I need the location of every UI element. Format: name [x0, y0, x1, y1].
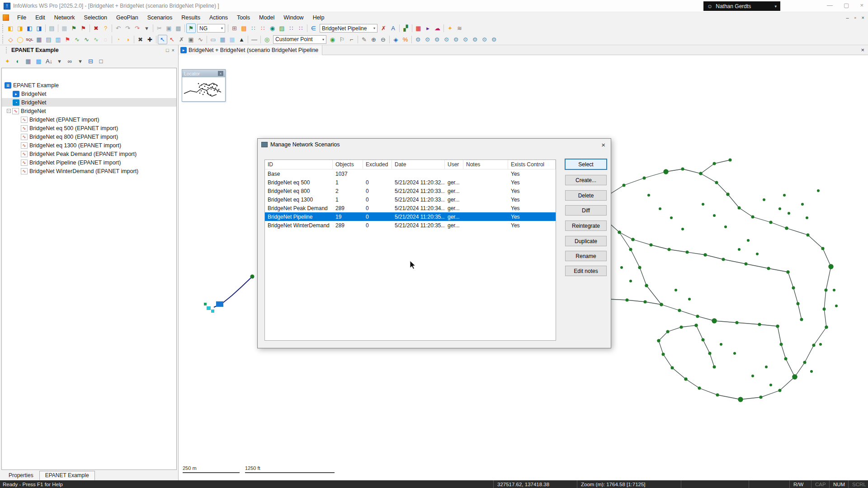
- flag-path-icon[interactable]: ⚑: [63, 35, 72, 44]
- column-header-user[interactable]: User: [445, 160, 463, 169]
- menu-file[interactable]: File: [13, 13, 31, 22]
- select-red-icon[interactable]: ↖: [167, 35, 177, 44]
- restore-button[interactable]: ▢: [844, 2, 849, 9]
- minimize-button[interactable]: —: [827, 2, 833, 9]
- multi-select-icon[interactable]: ▣: [186, 35, 196, 44]
- geoplan-tab[interactable]: ▸ BridgeNet + BridgeNet (scenario Bridge…: [179, 45, 322, 55]
- split-nodes-icon[interactable]: ▨: [277, 23, 287, 33]
- delete-button[interactable]: Delete: [565, 190, 607, 201]
- gear-icon[interactable]: ⚙: [480, 35, 489, 44]
- locator-close-icon[interactable]: x: [218, 71, 223, 76]
- copy-icon[interactable]: ▣: [164, 23, 174, 33]
- gear-icon[interactable]: ⚙: [432, 35, 442, 44]
- new-window-icon[interactable]: □: [96, 56, 106, 66]
- trace-upstream-icon[interactable]: ∿: [82, 35, 91, 44]
- grid-report-icon[interactable]: ▤: [239, 23, 249, 33]
- redo-list-icon[interactable]: ↷: [132, 23, 142, 33]
- column-header-objects[interactable]: Objects: [333, 160, 363, 169]
- redo-icon[interactable]: ↷: [123, 23, 132, 33]
- key-tool-icon[interactable]: ⌐: [347, 35, 356, 44]
- column-header-excluded[interactable]: Excluded: [363, 160, 392, 169]
- tree-expander-icon[interactable]: −: [7, 109, 11, 113]
- tree-merge-icon[interactable]: ∷: [258, 23, 268, 33]
- tree-item[interactable]: ∿BridgeNet (EPANET import): [2, 115, 176, 124]
- digitise-type-select[interactable]: Customer Point▾: [273, 35, 326, 44]
- north-arrow-icon[interactable]: ▲: [237, 35, 246, 44]
- scenario-select[interactable]: BridgeNet Pipeline▾: [320, 24, 377, 33]
- column-header-id[interactable]: ID: [265, 160, 333, 169]
- select-tool-icon[interactable]: ↖: [158, 35, 167, 44]
- join-nodes-icon[interactable]: ◉: [268, 23, 277, 33]
- gear-icon[interactable]: ⚙: [423, 35, 432, 44]
- zoom-out-icon[interactable]: ⊖: [378, 35, 388, 44]
- scatter-icon[interactable]: ∷: [287, 23, 296, 33]
- save-icon[interactable]: ▦: [60, 23, 69, 33]
- menu-actions[interactable]: Actions: [205, 13, 232, 22]
- map-close-icon[interactable]: ×: [861, 47, 864, 53]
- undo-icon[interactable]: ↶: [113, 23, 123, 33]
- find-caret-icon[interactable]: ▾: [75, 56, 85, 66]
- scenario-icon[interactable]: ∈: [309, 23, 318, 33]
- select-button[interactable]: Select: [565, 159, 607, 169]
- panel-tab-properties[interactable]: Properties: [3, 471, 39, 480]
- reintegrate-button[interactable]: Reintegrate: [565, 221, 607, 231]
- scenario-row[interactable]: BridgeNet eq 1300105/21/2024 11:20:33...…: [265, 195, 556, 204]
- commit-db-icon[interactable]: ◧: [25, 23, 34, 33]
- diff-button[interactable]: Diff: [565, 205, 607, 216]
- lasso-select-icon[interactable]: ◌: [101, 35, 110, 44]
- tree-item[interactable]: ∿BridgeNet Pipeline (EPANET import): [2, 158, 176, 167]
- update-db-icon[interactable]: ◨: [34, 23, 44, 33]
- create-button[interactable]: Create...: [565, 175, 607, 185]
- measure-icon[interactable]: ―: [250, 35, 259, 44]
- grid-edit-icon[interactable]: ▦: [218, 35, 227, 44]
- menu-scenarios[interactable]: Scenarios: [143, 13, 177, 22]
- scenario-delete-icon[interactable]: ✗: [379, 23, 388, 33]
- menu-results[interactable]: Results: [177, 13, 205, 22]
- tree-compare-icon[interactable]: ∷: [249, 23, 258, 33]
- tree-item[interactable]: ◔BridgeNet: [2, 98, 176, 107]
- redo-caret-icon[interactable]: ▾: [142, 23, 151, 33]
- trace-path-icon[interactable]: ∿: [72, 35, 82, 44]
- tree-layout-icon[interactable]: ⊟: [86, 56, 95, 66]
- menu-selection[interactable]: Selection: [80, 13, 112, 22]
- cloud-results-icon[interactable]: ☁: [433, 23, 442, 33]
- locator-window[interactable]: Locator x: [182, 69, 226, 102]
- cut-icon[interactable]: ✂: [155, 23, 164, 33]
- sql-select-icon[interactable]: SQL: [25, 35, 34, 44]
- commit-flag-green-icon[interactable]: ⚑: [69, 23, 79, 33]
- scenario-row[interactable]: BridgeNet Peak Demand28905/21/2024 11:20…: [265, 204, 556, 212]
- zoom-in-icon[interactable]: ⊕: [369, 35, 378, 44]
- dialog-close-icon[interactable]: ×: [599, 141, 607, 149]
- pan-tool-icon[interactable]: ✚: [145, 35, 155, 44]
- close-button[interactable]: ×: [860, 2, 863, 9]
- gear-icon[interactable]: ⚙: [470, 35, 480, 44]
- mdi-close-button[interactable]: ×: [862, 15, 864, 20]
- mdi-restore-button[interactable]: ▫: [854, 15, 856, 20]
- dialog-title-bar[interactable]: Manage Network Scenarios ×: [258, 139, 611, 150]
- menu-help[interactable]: Help: [308, 13, 329, 22]
- help-query-icon[interactable]: ?: [101, 23, 110, 33]
- commit-flag-red-icon[interactable]: ⚑: [79, 23, 88, 33]
- refresh-icon[interactable]: ◐: [13, 56, 23, 66]
- properties-tool-icon[interactable]: ◉: [328, 35, 337, 44]
- sort-caret-icon[interactable]: ▾: [55, 56, 64, 66]
- scenario-row[interactable]: BridgeNet WinterDemand28905/21/2024 11:2…: [265, 221, 556, 230]
- open-transportable-db-icon[interactable]: ◨: [15, 23, 25, 33]
- tree-item[interactable]: ≣EPANET Example: [2, 81, 176, 89]
- panel-close-button[interactable]: ×: [172, 47, 175, 53]
- scenario-row[interactable]: BridgeNet Pipeline1905/21/2024 11:20:35.…: [265, 212, 556, 221]
- layers-icon[interactable]: ≋: [455, 23, 464, 33]
- scatter-alt-icon[interactable]: ∷: [296, 23, 306, 33]
- polygon-tool-icon[interactable]: ◇: [6, 35, 15, 44]
- menu-model[interactable]: Model: [255, 13, 279, 22]
- sort-az-icon[interactable]: A↓: [44, 56, 54, 66]
- user-account-button[interactable]: ☺ Nathan Gerdts ▾: [703, 1, 780, 11]
- tree-item[interactable]: ∿BridgeNet eq 1300 (EPANET import): [2, 141, 176, 150]
- scenario-row[interactable]: BridgeNet eq 500105/21/2024 11:20:32...g…: [265, 178, 556, 187]
- trace-downstream-icon[interactable]: ∿: [91, 35, 101, 44]
- print-icon[interactable]: ▤: [47, 23, 57, 33]
- column-header-date[interactable]: Date: [392, 160, 445, 169]
- duplicate-button[interactable]: Duplicate: [565, 236, 607, 246]
- stats-icon[interactable]: %: [401, 35, 410, 44]
- tree-item[interactable]: −∿BridgeNet: [2, 107, 176, 115]
